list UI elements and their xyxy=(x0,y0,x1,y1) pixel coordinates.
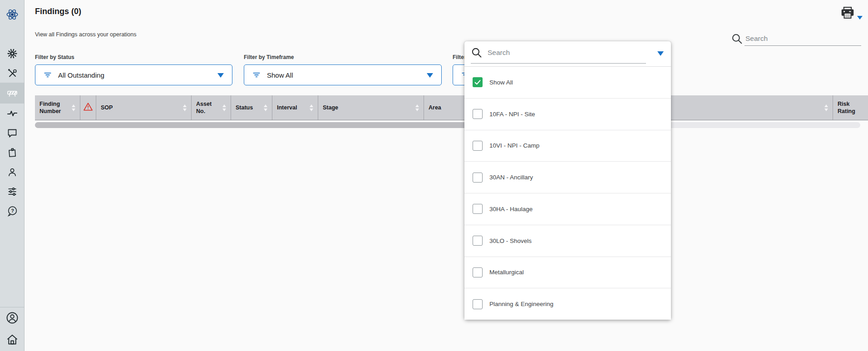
search-underline xyxy=(745,45,861,46)
sidebar-item-users[interactable] xyxy=(0,162,24,182)
findings-table-header: Finding NumberSOPAsset No.StatusInterval… xyxy=(35,95,868,120)
warning-icon xyxy=(83,102,93,113)
column-label: Interval xyxy=(277,104,298,111)
app-root: ? Findings (0) View all Findings across … xyxy=(0,0,868,351)
tools-icon xyxy=(7,68,18,79)
panel-option-list: Show All10FA - NPI - Site10VI - NPI - Ca… xyxy=(464,67,671,320)
sidebar-nav: ? xyxy=(0,44,24,221)
column-header-status[interactable]: Status xyxy=(231,95,272,120)
search-placeholder: Search xyxy=(745,35,768,43)
sidebar-item-help[interactable]: ? xyxy=(0,201,24,221)
page-title: Findings (0) xyxy=(35,7,81,16)
chevron-down-icon xyxy=(217,73,224,78)
column-label: Finding Number xyxy=(39,100,72,115)
column-label: SOP xyxy=(101,104,113,111)
column-label: Area xyxy=(429,104,442,111)
panel-search-underline xyxy=(471,63,646,64)
checkbox-unchecked-icon[interactable] xyxy=(473,299,483,309)
filter-option-label: Show All xyxy=(489,79,513,86)
filter-list-icon xyxy=(43,70,52,79)
checkbox-unchecked-icon[interactable] xyxy=(473,267,483,277)
app-logo[interactable] xyxy=(5,7,20,22)
filter-option-label: 30HA - Haulage xyxy=(489,206,533,213)
column-header-interval[interactable]: Interval xyxy=(272,95,318,120)
sort-arrows-icon[interactable] xyxy=(310,104,313,111)
pulse-icon xyxy=(6,108,18,119)
search-icon xyxy=(731,33,743,46)
filter-timeframe-value: Show All xyxy=(267,71,293,79)
filter-option-metallurgical[interactable]: Metallurgical xyxy=(464,257,671,289)
sidebar: ? xyxy=(0,0,25,351)
sort-arrows-icon[interactable] xyxy=(415,104,419,111)
gear-icon xyxy=(7,48,18,59)
search-icon xyxy=(471,47,482,60)
column-header-warning[interactable] xyxy=(80,95,96,120)
sidebar-item-findings[interactable] xyxy=(0,83,24,104)
filter-option-show-all[interactable]: Show All xyxy=(464,67,671,99)
filter-list-icon xyxy=(252,70,261,79)
filter-option-10fa-npi-site[interactable]: 10FA - NPI - Site xyxy=(464,99,671,130)
checkbox-unchecked-icon[interactable] xyxy=(473,204,483,214)
sidebar-item-notes[interactable] xyxy=(0,143,24,162)
checkbox-unchecked-icon[interactable] xyxy=(473,173,483,183)
print-caret-icon[interactable] xyxy=(857,16,863,20)
account-button[interactable] xyxy=(0,307,24,328)
filter-option-label: 10FA - NPI - Site xyxy=(489,111,535,118)
global-search[interactable]: Search xyxy=(730,32,862,47)
sort-arrows-icon[interactable] xyxy=(222,104,226,111)
horizontal-scrollbar-track[interactable] xyxy=(35,122,860,128)
filter-option-10vi-npi-camp[interactable]: 10VI - NPI - Camp xyxy=(464,130,671,162)
sort-arrows-icon[interactable] xyxy=(183,104,187,111)
column-label: Stage xyxy=(323,104,339,111)
filter-option-30lo-shovels[interactable]: 30LO - Shovels xyxy=(464,225,671,257)
sidebar-item-settings[interactable] xyxy=(0,182,24,201)
filter-option-30an-ancillary[interactable]: 30AN - Ancillary xyxy=(464,162,671,193)
sidebar-item-gear[interactable] xyxy=(0,44,24,63)
page-subtitle: View all Findings across your operations xyxy=(35,31,137,38)
filter-status-label: Filter by Status xyxy=(35,54,232,60)
filter-status-dropdown[interactable]: All Outstanding xyxy=(35,64,232,85)
column-header-sop[interactable]: SOP xyxy=(96,95,192,120)
sliders-icon xyxy=(7,186,18,197)
sort-arrows-icon[interactable] xyxy=(264,104,267,111)
column-header-risk-rating[interactable]: Risk Rating xyxy=(833,95,868,120)
person-icon xyxy=(7,167,18,178)
chevron-down-icon xyxy=(427,73,433,78)
panel-search-field[interactable]: Search xyxy=(464,41,671,67)
filter-group-timeframe: Filter by Timeframe Show All xyxy=(244,54,442,85)
filter-group-status: Filter by Status All Outstanding xyxy=(35,54,232,85)
clipboard-icon xyxy=(7,147,18,158)
svg-text:?: ? xyxy=(11,208,14,213)
home-button[interactable] xyxy=(0,329,24,350)
column-label: Risk Rating xyxy=(838,100,868,115)
column-header-stage[interactable]: Stage xyxy=(318,95,424,120)
column-label: Status xyxy=(236,104,254,111)
filter-timeframe-label: Filter by Timeframe xyxy=(244,54,442,60)
sort-arrows-icon[interactable] xyxy=(824,104,828,111)
chevron-down-icon[interactable] xyxy=(657,51,664,56)
sidebar-item-activity[interactable] xyxy=(0,104,24,123)
print-button[interactable] xyxy=(840,6,862,22)
filter-option-30ha-haulage[interactable]: 30HA - Haulage xyxy=(464,193,671,225)
filter-timeframe-dropdown[interactable]: Show All xyxy=(244,64,442,85)
sort-arrows-icon[interactable] xyxy=(72,104,75,111)
filter-option-label: 30LO - Shovels xyxy=(489,237,532,244)
printer-icon xyxy=(840,14,855,21)
column-header-asset-no-[interactable]: Asset No. xyxy=(192,95,231,120)
sidebar-item-comments[interactable] xyxy=(0,123,24,143)
filter-option-label: Planning & Engineering xyxy=(489,301,553,307)
filter-option-planning-engineering[interactable]: Planning & Engineering xyxy=(464,288,671,320)
column-header-finding-number[interactable]: Finding Number xyxy=(35,95,80,120)
filter-status-value: All Outstanding xyxy=(58,71,104,79)
checkbox-checked-icon[interactable] xyxy=(473,77,483,87)
checkbox-unchecked-icon[interactable] xyxy=(473,236,483,246)
checkbox-unchecked-icon[interactable] xyxy=(473,109,483,119)
sidebar-bottom xyxy=(0,307,24,351)
panel-search-placeholder: Search xyxy=(488,49,510,57)
help-icon: ? xyxy=(6,205,18,217)
filter-option-label: 10VI - NPI - Camp xyxy=(489,142,539,149)
area-filter-panel: Search Show All10FA - NPI - Site10VI - N… xyxy=(464,41,671,320)
sidebar-item-tools[interactable] xyxy=(0,63,24,83)
filter-option-label: 30AN - Ancillary xyxy=(489,174,533,181)
checkbox-unchecked-icon[interactable] xyxy=(473,141,483,151)
